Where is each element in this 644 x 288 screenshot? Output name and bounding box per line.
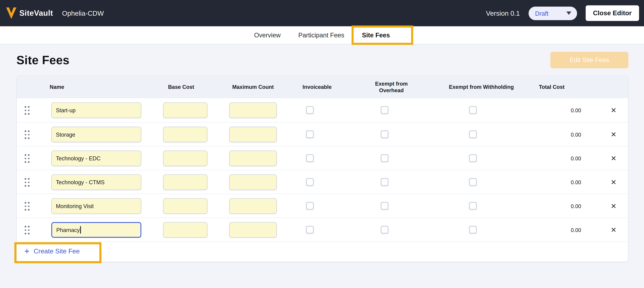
column-header-exempt-withholding: Exempt from Withholding: [444, 76, 518, 98]
veeva-logo-icon: [6, 8, 16, 19]
exempt-overhead-checkbox[interactable]: [381, 154, 388, 162]
delete-icon: ✕: [611, 131, 616, 138]
total-cost-value: 0.00: [536, 194, 581, 218]
base-cost-input[interactable]: [163, 198, 208, 214]
exempt-withholding-checkbox[interactable]: [469, 202, 477, 210]
version-label: Version 0.1: [486, 9, 520, 17]
column-header-name: Name: [50, 76, 132, 98]
tab-participant-fees[interactable]: Participant Fees: [298, 32, 344, 39]
drag-handle-icon[interactable]: [21, 178, 33, 187]
maximum-count-input[interactable]: [229, 198, 277, 214]
table-row: Monitoring Visit0.00✕: [17, 194, 628, 218]
exempt-withholding-checkbox[interactable]: [469, 226, 477, 234]
status-dropdown[interactable]: Draft: [528, 6, 577, 20]
delete-icon: ✕: [611, 226, 616, 233]
delete-row-button[interactable]: ✕: [608, 200, 620, 212]
name-input[interactable]: Start-up: [51, 102, 142, 118]
table-row: Storage0.00✕: [17, 122, 628, 146]
top-bar-right: Version 0.1 Draft Close Editor: [486, 5, 639, 21]
name-input[interactable]: Technology - EDC: [51, 151, 142, 166]
base-cost-input[interactable]: [163, 151, 208, 166]
base-cost-input[interactable]: [163, 174, 208, 190]
total-cost-value: 0.00: [536, 147, 581, 170]
tab-site-fees[interactable]: Site Fees: [362, 32, 390, 39]
column-header-exempt-overhead: Exempt from Overhead: [367, 76, 416, 98]
drag-handle-icon[interactable]: [21, 154, 33, 163]
drag-handle-icon[interactable]: [21, 202, 33, 211]
caret-down-icon: [566, 12, 571, 15]
delete-icon: ✕: [611, 155, 616, 162]
column-header-invoiceable: Invoiceable: [294, 76, 340, 98]
exempt-overhead-checkbox[interactable]: [381, 202, 388, 210]
app-root: SiteVault Ophelia-CDW Version 0.1 Draft …: [0, 0, 644, 288]
table-header-row: Name Base Cost Maximum Count Invoiceable…: [17, 76, 628, 98]
name-input[interactable]: Technology - CTMS: [51, 174, 142, 190]
delete-row-button[interactable]: ✕: [608, 128, 620, 141]
invoiceable-checkbox[interactable]: [306, 178, 314, 186]
top-bar: SiteVault Ophelia-CDW Version 0.1 Draft …: [0, 0, 644, 26]
exempt-withholding-checkbox[interactable]: [469, 106, 477, 114]
base-cost-input[interactable]: [163, 102, 208, 118]
name-input[interactable]: Pharnacy: [51, 222, 142, 238]
plus-icon: +: [24, 247, 30, 256]
table-body: Start-up0.00✕Storage0.00✕Technology - ED…: [17, 98, 628, 241]
exempt-overhead-checkbox[interactable]: [381, 130, 388, 138]
name-input[interactable]: Storage: [51, 127, 142, 142]
drag-handle-icon[interactable]: [21, 226, 33, 234]
column-header-maximum-count: Maximum Count: [222, 76, 284, 98]
workspace-title: Ophelia-CDW: [62, 9, 104, 17]
base-cost-input[interactable]: [163, 222, 208, 238]
exempt-overhead-checkbox[interactable]: [381, 106, 388, 114]
table-row: Technology - EDC0.00✕: [17, 146, 628, 170]
invoiceable-checkbox[interactable]: [306, 226, 314, 234]
exempt-overhead-checkbox[interactable]: [381, 178, 388, 186]
total-cost-value: 0.00: [536, 218, 581, 242]
page-title: Site Fees: [16, 54, 70, 67]
delete-row-button[interactable]: ✕: [608, 104, 620, 116]
invoiceable-checkbox[interactable]: [306, 202, 314, 210]
brand: SiteVault: [6, 8, 53, 19]
delete-icon: ✕: [611, 179, 616, 186]
tab-bar: Overview Participant Fees Site Fees: [0, 26, 644, 44]
base-cost-input[interactable]: [163, 127, 208, 142]
site-fees-table: Name Base Cost Maximum Count Invoiceable…: [16, 76, 628, 262]
maximum-count-input[interactable]: [229, 174, 277, 190]
create-site-fee-link[interactable]: + Create Site Fee: [17, 241, 628, 261]
create-site-fee-label: Create Site Fee: [34, 247, 80, 255]
edit-site-fees-button[interactable]: Edit Site Fees: [550, 52, 628, 68]
maximum-count-input[interactable]: [229, 222, 277, 238]
delete-row-button[interactable]: ✕: [608, 224, 620, 236]
total-cost-value: 0.00: [536, 122, 581, 147]
maximum-count-input[interactable]: [229, 151, 277, 166]
text-cursor: [80, 226, 81, 234]
close-editor-button[interactable]: Close Editor: [586, 5, 639, 21]
drag-handle-icon[interactable]: [21, 106, 33, 115]
delete-row-button[interactable]: ✕: [608, 176, 620, 188]
delete-icon: ✕: [611, 203, 616, 210]
tab-overview[interactable]: Overview: [254, 32, 280, 39]
column-header-base-cost: Base Cost: [152, 76, 210, 98]
maximum-count-input[interactable]: [229, 127, 277, 142]
invoiceable-checkbox[interactable]: [306, 130, 314, 138]
delete-row-button[interactable]: ✕: [608, 152, 620, 165]
exempt-withholding-checkbox[interactable]: [469, 154, 477, 162]
table-row: Pharnacy0.00✕: [17, 217, 628, 241]
total-cost-value: 0.00: [536, 98, 581, 122]
drag-handle-icon[interactable]: [21, 130, 33, 139]
table-row: Start-up0.00✕: [17, 98, 628, 122]
maximum-count-input[interactable]: [229, 102, 277, 118]
exempt-withholding-checkbox[interactable]: [469, 130, 477, 138]
delete-icon: ✕: [611, 107, 616, 114]
exempt-overhead-checkbox[interactable]: [381, 226, 388, 234]
page-content: Site Fees Edit Site Fees Name Base Cost …: [0, 45, 644, 288]
status-value: Draft: [535, 10, 548, 17]
invoiceable-checkbox[interactable]: [306, 106, 314, 114]
table-row: Technology - CTMS0.00✕: [17, 170, 628, 194]
invoiceable-checkbox[interactable]: [306, 154, 314, 162]
name-input[interactable]: Monitoring Visit: [51, 198, 142, 214]
total-cost-value: 0.00: [536, 170, 581, 194]
exempt-withholding-checkbox[interactable]: [469, 178, 477, 186]
column-header-total-cost: Total Cost: [539, 76, 584, 98]
brand-name: SiteVault: [19, 9, 53, 18]
